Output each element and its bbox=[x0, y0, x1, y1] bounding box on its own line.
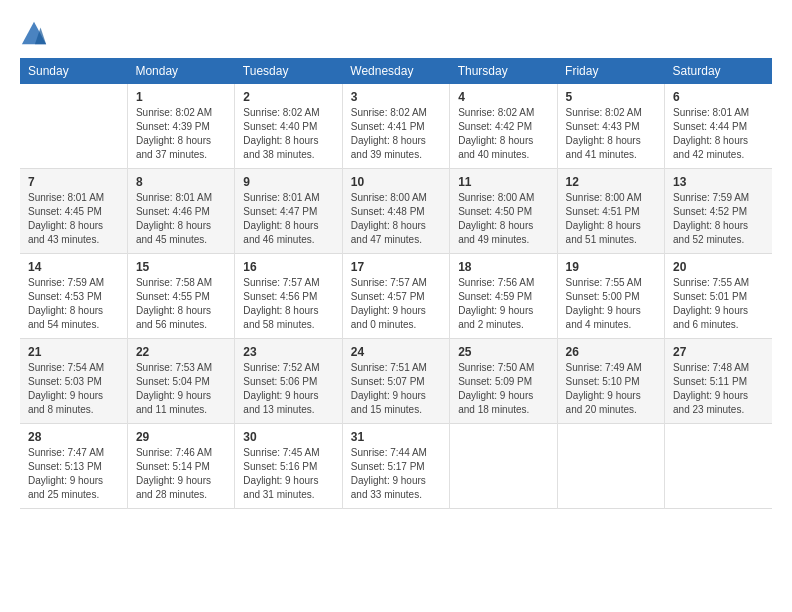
day-info: Sunrise: 7:58 AMSunset: 4:55 PMDaylight:… bbox=[136, 276, 226, 332]
calendar-cell: 29Sunrise: 7:46 AMSunset: 5:14 PMDayligh… bbox=[127, 424, 234, 509]
day-number: 8 bbox=[136, 175, 226, 189]
day-info: Sunrise: 7:45 AMSunset: 5:16 PMDaylight:… bbox=[243, 446, 333, 502]
day-info: Sunrise: 7:50 AMSunset: 5:09 PMDaylight:… bbox=[458, 361, 548, 417]
day-info: Sunrise: 8:01 AMSunset: 4:44 PMDaylight:… bbox=[673, 106, 764, 162]
calendar-cell: 12Sunrise: 8:00 AMSunset: 4:51 PMDayligh… bbox=[557, 169, 664, 254]
day-number: 7 bbox=[28, 175, 119, 189]
day-info: Sunrise: 8:01 AMSunset: 4:45 PMDaylight:… bbox=[28, 191, 119, 247]
calendar-cell: 11Sunrise: 8:00 AMSunset: 4:50 PMDayligh… bbox=[450, 169, 557, 254]
day-number: 3 bbox=[351, 90, 441, 104]
calendar-cell: 20Sunrise: 7:55 AMSunset: 5:01 PMDayligh… bbox=[665, 254, 772, 339]
day-number: 25 bbox=[458, 345, 548, 359]
calendar-cell bbox=[450, 424, 557, 509]
day-info: Sunrise: 7:51 AMSunset: 5:07 PMDaylight:… bbox=[351, 361, 441, 417]
calendar-cell: 16Sunrise: 7:57 AMSunset: 4:56 PMDayligh… bbox=[235, 254, 342, 339]
calendar-cell: 17Sunrise: 7:57 AMSunset: 4:57 PMDayligh… bbox=[342, 254, 449, 339]
calendar-cell: 15Sunrise: 7:58 AMSunset: 4:55 PMDayligh… bbox=[127, 254, 234, 339]
day-number: 2 bbox=[243, 90, 333, 104]
day-number: 18 bbox=[458, 260, 548, 274]
day-info: Sunrise: 8:02 AMSunset: 4:42 PMDaylight:… bbox=[458, 106, 548, 162]
day-number: 9 bbox=[243, 175, 333, 189]
col-monday: Monday bbox=[127, 58, 234, 84]
day-number: 28 bbox=[28, 430, 119, 444]
calendar-cell: 30Sunrise: 7:45 AMSunset: 5:16 PMDayligh… bbox=[235, 424, 342, 509]
day-number: 15 bbox=[136, 260, 226, 274]
day-number: 12 bbox=[566, 175, 656, 189]
logo bbox=[20, 20, 52, 48]
day-number: 30 bbox=[243, 430, 333, 444]
day-number: 11 bbox=[458, 175, 548, 189]
calendar-cell: 8Sunrise: 8:01 AMSunset: 4:46 PMDaylight… bbox=[127, 169, 234, 254]
day-info: Sunrise: 8:02 AMSunset: 4:39 PMDaylight:… bbox=[136, 106, 226, 162]
day-number: 29 bbox=[136, 430, 226, 444]
calendar-cell: 21Sunrise: 7:54 AMSunset: 5:03 PMDayligh… bbox=[20, 339, 127, 424]
week-row-4: 21Sunrise: 7:54 AMSunset: 5:03 PMDayligh… bbox=[20, 339, 772, 424]
calendar-table: Sunday Monday Tuesday Wednesday Thursday… bbox=[20, 58, 772, 509]
day-info: Sunrise: 7:47 AMSunset: 5:13 PMDaylight:… bbox=[28, 446, 119, 502]
day-info: Sunrise: 7:55 AMSunset: 5:01 PMDaylight:… bbox=[673, 276, 764, 332]
day-info: Sunrise: 7:44 AMSunset: 5:17 PMDaylight:… bbox=[351, 446, 441, 502]
day-number: 22 bbox=[136, 345, 226, 359]
day-info: Sunrise: 8:02 AMSunset: 4:43 PMDaylight:… bbox=[566, 106, 656, 162]
day-number: 14 bbox=[28, 260, 119, 274]
day-number: 27 bbox=[673, 345, 764, 359]
day-info: Sunrise: 7:54 AMSunset: 5:03 PMDaylight:… bbox=[28, 361, 119, 417]
calendar-cell: 7Sunrise: 8:01 AMSunset: 4:45 PMDaylight… bbox=[20, 169, 127, 254]
day-info: Sunrise: 7:59 AMSunset: 4:53 PMDaylight:… bbox=[28, 276, 119, 332]
day-number: 21 bbox=[28, 345, 119, 359]
day-number: 5 bbox=[566, 90, 656, 104]
calendar-cell: 19Sunrise: 7:55 AMSunset: 5:00 PMDayligh… bbox=[557, 254, 664, 339]
day-number: 16 bbox=[243, 260, 333, 274]
day-info: Sunrise: 7:52 AMSunset: 5:06 PMDaylight:… bbox=[243, 361, 333, 417]
calendar-cell: 6Sunrise: 8:01 AMSunset: 4:44 PMDaylight… bbox=[665, 84, 772, 169]
calendar-cell: 3Sunrise: 8:02 AMSunset: 4:41 PMDaylight… bbox=[342, 84, 449, 169]
day-info: Sunrise: 7:46 AMSunset: 5:14 PMDaylight:… bbox=[136, 446, 226, 502]
day-info: Sunrise: 8:02 AMSunset: 4:41 PMDaylight:… bbox=[351, 106, 441, 162]
day-number: 1 bbox=[136, 90, 226, 104]
day-number: 20 bbox=[673, 260, 764, 274]
calendar-cell: 2Sunrise: 8:02 AMSunset: 4:40 PMDaylight… bbox=[235, 84, 342, 169]
day-info: Sunrise: 7:57 AMSunset: 4:57 PMDaylight:… bbox=[351, 276, 441, 332]
day-number: 26 bbox=[566, 345, 656, 359]
day-number: 6 bbox=[673, 90, 764, 104]
day-info: Sunrise: 7:53 AMSunset: 5:04 PMDaylight:… bbox=[136, 361, 226, 417]
calendar-cell: 31Sunrise: 7:44 AMSunset: 5:17 PMDayligh… bbox=[342, 424, 449, 509]
calendar-cell: 28Sunrise: 7:47 AMSunset: 5:13 PMDayligh… bbox=[20, 424, 127, 509]
calendar-cell bbox=[20, 84, 127, 169]
day-info: Sunrise: 7:49 AMSunset: 5:10 PMDaylight:… bbox=[566, 361, 656, 417]
calendar-cell: 24Sunrise: 7:51 AMSunset: 5:07 PMDayligh… bbox=[342, 339, 449, 424]
week-row-3: 14Sunrise: 7:59 AMSunset: 4:53 PMDayligh… bbox=[20, 254, 772, 339]
day-info: Sunrise: 8:01 AMSunset: 4:46 PMDaylight:… bbox=[136, 191, 226, 247]
week-row-1: 1Sunrise: 8:02 AMSunset: 4:39 PMDaylight… bbox=[20, 84, 772, 169]
day-number: 13 bbox=[673, 175, 764, 189]
col-thursday: Thursday bbox=[450, 58, 557, 84]
day-info: Sunrise: 8:00 AMSunset: 4:48 PMDaylight:… bbox=[351, 191, 441, 247]
col-wednesday: Wednesday bbox=[342, 58, 449, 84]
day-number: 17 bbox=[351, 260, 441, 274]
day-number: 24 bbox=[351, 345, 441, 359]
page-header bbox=[20, 20, 772, 48]
col-tuesday: Tuesday bbox=[235, 58, 342, 84]
calendar-cell: 25Sunrise: 7:50 AMSunset: 5:09 PMDayligh… bbox=[450, 339, 557, 424]
day-info: Sunrise: 7:57 AMSunset: 4:56 PMDaylight:… bbox=[243, 276, 333, 332]
day-number: 19 bbox=[566, 260, 656, 274]
col-saturday: Saturday bbox=[665, 58, 772, 84]
calendar-cell: 4Sunrise: 8:02 AMSunset: 4:42 PMDaylight… bbox=[450, 84, 557, 169]
logo-icon bbox=[20, 20, 48, 48]
day-number: 23 bbox=[243, 345, 333, 359]
day-info: Sunrise: 8:00 AMSunset: 4:50 PMDaylight:… bbox=[458, 191, 548, 247]
calendar-cell bbox=[557, 424, 664, 509]
calendar-cell: 14Sunrise: 7:59 AMSunset: 4:53 PMDayligh… bbox=[20, 254, 127, 339]
calendar-cell: 22Sunrise: 7:53 AMSunset: 5:04 PMDayligh… bbox=[127, 339, 234, 424]
calendar-cell: 5Sunrise: 8:02 AMSunset: 4:43 PMDaylight… bbox=[557, 84, 664, 169]
day-info: Sunrise: 7:48 AMSunset: 5:11 PMDaylight:… bbox=[673, 361, 764, 417]
calendar-cell: 27Sunrise: 7:48 AMSunset: 5:11 PMDayligh… bbox=[665, 339, 772, 424]
calendar-cell: 26Sunrise: 7:49 AMSunset: 5:10 PMDayligh… bbox=[557, 339, 664, 424]
col-friday: Friday bbox=[557, 58, 664, 84]
col-sunday: Sunday bbox=[20, 58, 127, 84]
day-info: Sunrise: 8:01 AMSunset: 4:47 PMDaylight:… bbox=[243, 191, 333, 247]
calendar-cell: 10Sunrise: 8:00 AMSunset: 4:48 PMDayligh… bbox=[342, 169, 449, 254]
day-info: Sunrise: 7:59 AMSunset: 4:52 PMDaylight:… bbox=[673, 191, 764, 247]
day-info: Sunrise: 8:00 AMSunset: 4:51 PMDaylight:… bbox=[566, 191, 656, 247]
calendar-cell: 1Sunrise: 8:02 AMSunset: 4:39 PMDaylight… bbox=[127, 84, 234, 169]
